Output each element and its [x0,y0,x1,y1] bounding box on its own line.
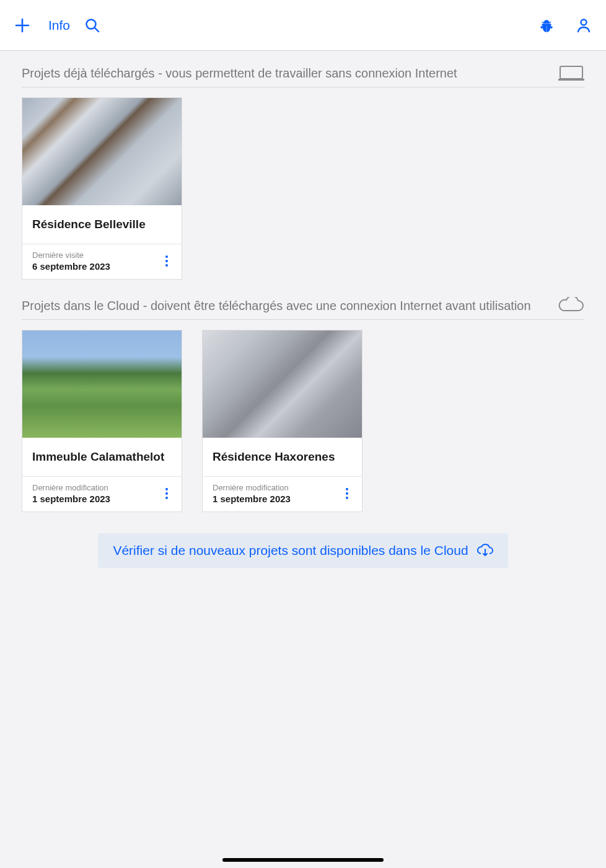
card-meta-value: 6 septembre 2023 [32,261,110,272]
info-link[interactable]: Info [48,18,70,33]
home-indicator [222,858,384,862]
more-vertical-icon [346,488,348,490]
more-vertical-icon [165,488,168,490]
header-left: Info [14,17,101,34]
check-cloud-button[interactable]: Vérifier si de nouveaux projets sont dis… [98,533,507,568]
search-icon [84,17,100,33]
project-title: Résidence Belleville [32,218,172,231]
card-meta: Dernière modification 1 septembre 2023 [32,483,110,504]
section-divider [22,319,584,320]
card-meta-label: Dernière modification [32,483,110,492]
user-icon [576,17,592,33]
card-footer: Dernière visite 6 septembre 2023 [22,244,182,279]
card-title-wrap: Immeuble Calamathelot [22,438,182,477]
project-card[interactable]: Résidence Belleville Dernière visite 6 s… [22,97,182,280]
project-card[interactable]: Immeuble Calamathelot Dernière modificat… [22,330,182,512]
card-meta: Dernière visite 6 septembre 2023 [32,250,110,272]
project-thumbnail [22,98,182,205]
project-title: Immeuble Calamathelot [32,450,172,464]
profile-button[interactable] [575,17,592,34]
plus-icon [14,17,30,33]
more-vertical-icon [165,255,168,258]
section-title-downloaded: Projets déjà téléchargés - vous permette… [22,65,552,81]
project-more-button[interactable] [342,485,352,502]
card-meta-value: 1 septembre 2023 [32,494,110,504]
card-meta-value: 1 septembre 2023 [213,494,291,504]
check-cloud-label: Vérifier si de nouveaux projets sont dis… [113,543,468,558]
section-title-cloud: Projets dans le Cloud - doivent être tél… [22,298,551,314]
search-button[interactable] [84,17,101,34]
bug-icon [539,18,554,33]
section-header-cloud: Projets dans le Cloud - doivent être tél… [22,297,584,314]
section-divider [22,87,584,87]
project-thumbnail [203,330,362,438]
cards-row-cloud: Immeuble Calamathelot Dernière modificat… [22,330,584,512]
main-content: Projets déjà téléchargés - vous permette… [0,51,606,568]
debug-button[interactable] [538,17,555,34]
svg-point-1 [581,19,587,25]
project-title: Résidence Haxorenes [213,450,352,464]
device-icon [558,64,584,82]
project-thumbnail [22,330,182,438]
project-more-button[interactable] [162,485,172,502]
project-more-button[interactable] [162,253,172,269]
section-header-downloaded: Projets déjà téléchargés - vous permette… [22,64,584,82]
card-title-wrap: Résidence Haxorenes [203,438,362,477]
svg-rect-3 [558,79,584,81]
add-button[interactable] [14,17,31,34]
project-card[interactable]: Résidence Haxorenes Dernière modificatio… [202,330,362,512]
header-right [538,17,592,34]
card-footer: Dernière modification 1 septembre 2023 [203,477,362,512]
card-meta-label: Dernière visite [32,250,110,260]
card-meta-label: Dernière modification [213,483,291,492]
app-header: Info [0,0,606,51]
card-title-wrap: Résidence Belleville [22,205,182,244]
card-meta: Dernière modification 1 septembre 2023 [213,483,291,504]
card-footer: Dernière modification 1 septembre 2023 [22,477,182,512]
svg-rect-2 [560,66,582,79]
cards-row-downloaded: Résidence Belleville Dernière visite 6 s… [22,97,584,280]
cloud-icon [557,297,584,314]
cloud-download-icon [477,544,493,557]
